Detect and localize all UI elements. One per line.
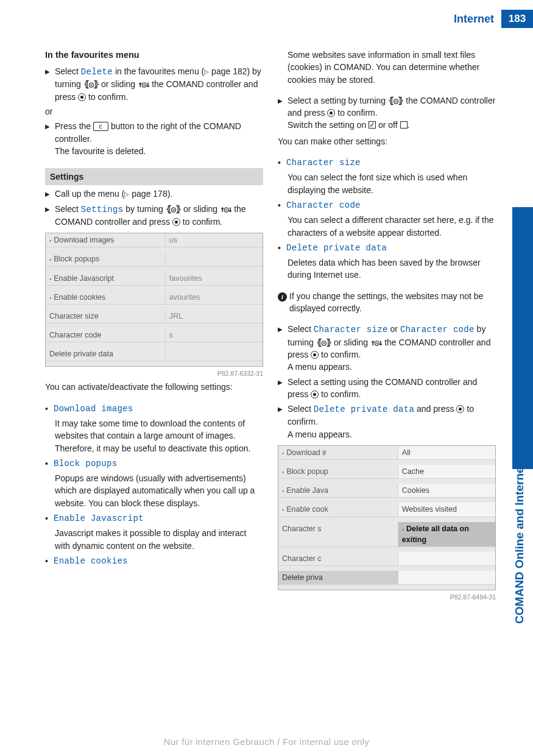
controller-turn-icon: ⦃◎⦄ xyxy=(83,79,99,89)
controller-turn-icon: ⦃◎⦄ xyxy=(316,337,331,347)
controller-slide-icon: ↑◎↓ xyxy=(370,337,382,347)
bullet-icon: • xyxy=(278,241,286,254)
desc-char-code: You can select a different character set… xyxy=(278,214,496,239)
other-settings-text: You can make other settings: xyxy=(278,135,496,147)
controller-press-icon xyxy=(78,93,86,101)
desc-delete-private: Deletes data which has been saved by the… xyxy=(278,256,496,281)
desc-enable-cookies: Some websites save information in small … xyxy=(278,49,496,86)
text: to confirm. xyxy=(319,350,361,359)
controller-press-icon xyxy=(311,390,319,398)
controller-press-icon xyxy=(172,218,180,226)
text: to confirm. xyxy=(319,389,361,399)
text: or sliding xyxy=(181,204,220,214)
text: Press the xyxy=(55,121,93,131)
bullet-enable-cookies: • Enable cookies xyxy=(45,554,263,567)
text: or sliding xyxy=(331,337,370,347)
step-select-settings: Select Settings by turning ⦃◎⦄ or slidin… xyxy=(45,203,263,228)
text: by turning xyxy=(123,204,165,214)
checkbox-off-icon xyxy=(400,121,408,129)
bullet-download-images: • Download images xyxy=(45,402,263,415)
text: and press xyxy=(414,404,456,414)
option-char-size: Character size xyxy=(286,158,361,168)
text: Select xyxy=(55,204,81,214)
intro-text: You can activate/deactivate the followin… xyxy=(45,381,263,393)
page-header: Internet 183 xyxy=(454,10,533,28)
bullet-icon: • xyxy=(45,554,54,567)
text: or xyxy=(388,324,400,334)
bullet-icon: • xyxy=(278,156,286,169)
step-select-delete: Select Delete in the favourites menu ( p… xyxy=(45,65,263,103)
controller-turn-icon: ⦃◎⦄ xyxy=(166,204,181,214)
info-note: i If you change the settings, the websit… xyxy=(278,290,496,315)
text: page 178). xyxy=(129,189,172,199)
bullet-delete-private: • Delete private data xyxy=(278,241,496,254)
side-label: COMAND Online and Internet xyxy=(511,463,528,624)
c-button-icon: c xyxy=(93,122,108,131)
step-marker-icon xyxy=(45,65,55,103)
menu-delete: Delete xyxy=(81,67,113,77)
step-marker-icon xyxy=(45,188,55,200)
step-select-setting: Select a setting by turning ⦃◎⦄ the COMA… xyxy=(278,94,496,132)
controller-press-icon xyxy=(456,405,464,413)
text: to confirm. xyxy=(86,92,128,102)
option-delete-private: Delete private data xyxy=(286,243,387,253)
step-marker-icon xyxy=(278,323,288,373)
menu-delete-private: Delete private data xyxy=(314,404,414,414)
text: or sliding xyxy=(99,79,138,89)
info-text: If you change the settings, the websites… xyxy=(289,290,496,315)
page-number: 183 xyxy=(501,10,533,28)
screenshot-label: P82.87-6494-31 xyxy=(278,593,496,602)
xref-icon xyxy=(204,66,209,76)
controller-press-icon xyxy=(327,109,335,117)
step-marker-icon xyxy=(45,120,55,157)
text: Call up the menu ( xyxy=(55,189,124,199)
option-block-popups: Block popups xyxy=(54,459,117,468)
controller-slide-icon: ↑◎↓ xyxy=(220,204,231,214)
option-download-images: Download images xyxy=(54,404,133,414)
fav-menu-heading: In the favourites menu xyxy=(45,49,263,62)
step-marker-icon xyxy=(45,203,55,228)
option-char-code: Character code xyxy=(286,200,361,210)
option-enable-js: Enable Javascript xyxy=(54,514,144,523)
step-marker-icon xyxy=(278,376,288,401)
text: or off xyxy=(376,120,400,130)
settings-heading: Settings xyxy=(45,168,263,185)
right-column: Some websites save information in small … xyxy=(278,49,496,604)
menu-char-size: Character size xyxy=(314,325,388,334)
text: Select xyxy=(288,404,314,414)
text: The favourite is deleted. xyxy=(55,146,146,156)
side-tab xyxy=(512,207,533,469)
desc-download-images: It may take some time to download the co… xyxy=(45,417,263,454)
text: Switch the setting on xyxy=(288,120,369,130)
step-char-size-code: Select Character size or Character code … xyxy=(278,323,496,373)
bullet-enable-js: • Enable Javascript xyxy=(45,512,263,525)
controller-press-icon xyxy=(311,351,319,359)
desc-char-size: You can select the font size which is us… xyxy=(278,171,496,196)
step-press-c: Press the c button to the right of the C… xyxy=(45,120,263,157)
step-delete-private: Select Delete private data and press to … xyxy=(278,403,496,440)
step-select-confirm: Select a setting using the COMAND contro… xyxy=(278,376,496,401)
header-title: Internet xyxy=(454,11,501,27)
controller-slide-icon: ↑◎↓ xyxy=(138,79,149,89)
text: Select a setting by turning xyxy=(288,96,388,105)
xref-icon xyxy=(124,189,129,199)
text: A menu appears. xyxy=(288,429,352,439)
text: . xyxy=(408,120,410,130)
desc-enable-js: Javascript makes it possible to display … xyxy=(45,527,263,552)
settings-screenshot-2: Download irAllBlock popupCacheEnable Jav… xyxy=(278,445,496,590)
text: to confirm. xyxy=(335,108,377,118)
bullet-icon: • xyxy=(45,457,54,470)
controller-turn-icon: ⦃◎⦄ xyxy=(388,96,403,105)
text: to confirm. xyxy=(180,217,222,227)
text: A menu appears. xyxy=(288,362,352,372)
checkbox-on-icon xyxy=(369,121,376,129)
page-body: In the favourites menu Select Delete in … xyxy=(45,49,496,604)
internal-use-footer: Nur für internen Gebrauch / For internal… xyxy=(0,735,533,749)
menu-char-code: Character code xyxy=(400,325,475,334)
bullet-char-code: • Character code xyxy=(278,199,496,211)
step-call-menu: Call up the menu ( page 178). xyxy=(45,188,263,200)
text: Select xyxy=(288,324,314,334)
info-icon: i xyxy=(278,290,289,315)
or-text: or xyxy=(45,105,263,118)
settings-screenshot-1: Download imagesusBlock popupsEnable Java… xyxy=(45,233,263,367)
